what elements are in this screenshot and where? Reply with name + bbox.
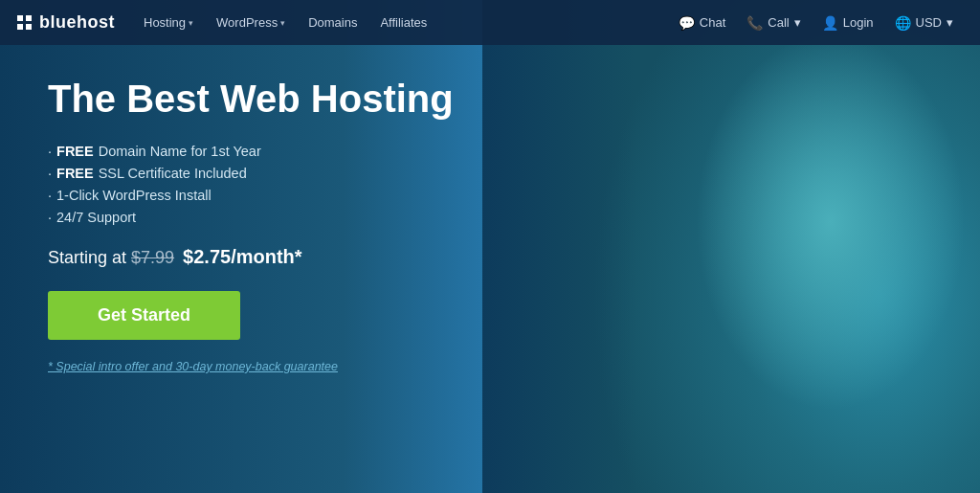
hero-title: The Best Web Hosting bbox=[48, 77, 454, 121]
chat-icon: 💬 bbox=[679, 15, 695, 31]
hero-person-image bbox=[482, 0, 980, 493]
phone-icon: 📞 bbox=[746, 15, 763, 31]
bullet-icon: · bbox=[48, 166, 52, 181]
feature-item: · 1-Click WordPress Install bbox=[48, 188, 454, 203]
brand-logo[interactable]: bluehost bbox=[17, 12, 115, 33]
old-price: $7.99 bbox=[131, 248, 174, 267]
feature-text: Domain Name for 1st Year bbox=[99, 144, 261, 159]
chevron-down-icon: ▾ bbox=[947, 15, 953, 30]
feature-bold: FREE bbox=[56, 166, 94, 181]
chevron-down-icon: ▾ bbox=[189, 18, 193, 28]
nav-hosting[interactable]: Hosting ▾ bbox=[134, 0, 203, 45]
hero-section: bluehost Hosting ▾ WordPress ▾ Domains A… bbox=[0, 0, 980, 493]
globe-icon: 🌐 bbox=[895, 15, 911, 31]
nav-affiliates[interactable]: Affiliates bbox=[370, 0, 436, 45]
currency-selector[interactable]: 🌐 USD ▾ bbox=[885, 0, 963, 45]
logo-grid-icon bbox=[17, 15, 33, 31]
disclaimer-link[interactable]: * Special intro offer and 30-day money-b… bbox=[48, 360, 338, 373]
bullet-icon: · bbox=[48, 188, 52, 203]
user-icon: 👤 bbox=[822, 15, 838, 31]
get-started-button[interactable]: Get Started bbox=[48, 291, 240, 340]
feature-item: · FREE SSL Certificate Included bbox=[48, 166, 454, 181]
bullet-icon: · bbox=[48, 210, 52, 225]
nav-wordpress[interactable]: WordPress ▾ bbox=[207, 0, 295, 45]
nav-right-actions: 💬 Chat 📞 Call ▾ 👤 Login 🌐 USD ▾ bbox=[669, 0, 963, 45]
chat-button[interactable]: 💬 Chat bbox=[669, 0, 735, 45]
new-price: $2.75/month* bbox=[183, 246, 301, 267]
chevron-down-icon: ▾ bbox=[280, 18, 285, 28]
hero-content: The Best Web Hosting · FREE Domain Name … bbox=[48, 77, 454, 374]
price-display: Starting at $7.99 $2.75/month* bbox=[48, 246, 454, 268]
call-button[interactable]: 📞 Call ▾ bbox=[737, 0, 810, 45]
feature-item: · FREE Domain Name for 1st Year bbox=[48, 144, 454, 159]
nav-links: Hosting ▾ WordPress ▾ Domains Affiliates bbox=[134, 0, 669, 45]
login-button[interactable]: 👤 Login bbox=[813, 0, 883, 45]
feature-text: 24/7 Support bbox=[56, 210, 136, 225]
bullet-icon: · bbox=[48, 144, 52, 159]
navigation: bluehost Hosting ▾ WordPress ▾ Domains A… bbox=[0, 0, 980, 45]
feature-list: · FREE Domain Name for 1st Year · FREE S… bbox=[48, 144, 454, 225]
feature-item: · 24/7 Support bbox=[48, 210, 454, 225]
brand-name: bluehost bbox=[39, 12, 115, 33]
feature-text: SSL Certificate Included bbox=[99, 166, 247, 181]
price-label: Starting at bbox=[48, 248, 131, 267]
nav-domains[interactable]: Domains bbox=[299, 0, 367, 45]
feature-text: 1-Click WordPress Install bbox=[56, 188, 212, 203]
chevron-down-icon: ▾ bbox=[794, 15, 801, 30]
feature-bold: FREE bbox=[56, 144, 94, 159]
